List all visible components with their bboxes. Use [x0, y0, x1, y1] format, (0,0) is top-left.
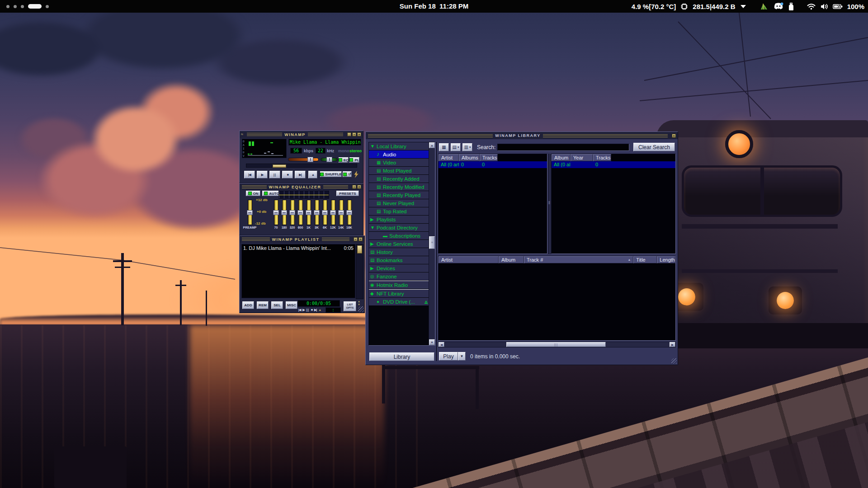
mini-play-icon[interactable] [302, 308, 304, 312]
tree-item[interactable]: History ▲ [369, 248, 429, 256]
shade-button[interactable]: ▪ [352, 132, 356, 136]
scroll-down-button[interactable]: ▼ [429, 339, 435, 345]
tray-discord-icon[interactable] [774, 2, 783, 10]
column-header[interactable]: Length [657, 256, 675, 263]
search-input[interactable] [497, 144, 629, 151]
playlist-action-button[interactable]: MISC [286, 301, 297, 309]
clutterbar-letter[interactable]: I [243, 147, 245, 150]
tree-item[interactable]: DVD Drive (... ▲ [369, 298, 429, 306]
preamp-thumb[interactable] [247, 210, 253, 215]
repeat-button[interactable]: ↺ [343, 171, 352, 177]
balance-slider[interactable] [321, 158, 338, 161]
stop-button[interactable] [282, 171, 293, 178]
minimize-button[interactable]: _ [347, 132, 351, 136]
visualizer[interactable]: OAIDV [242, 139, 287, 158]
mini-previous-icon[interactable] [298, 308, 301, 312]
eq-band-slider[interactable]: 1K [306, 200, 311, 229]
network-traffic-text[interactable]: 281.5|449.2 B [693, 3, 735, 10]
eq-band-slider[interactable]: 600 [297, 200, 303, 229]
tree-item[interactable]: Recently Played ▲ [369, 191, 429, 199]
dropdown-caret-icon[interactable] [740, 4, 746, 9]
column-header[interactable]: Title [633, 256, 657, 263]
horizontal-scroll-thumb[interactable]: ||| [506, 342, 606, 347]
eq-toggle-button[interactable]: EQ [339, 157, 349, 163]
equalizer-titlebar[interactable]: WINAMP EQUALIZER ▪ × [240, 183, 363, 190]
playlist-scrollbar[interactable] [356, 244, 363, 299]
toolbar-view-button[interactable] [462, 143, 472, 151]
tree-item[interactable]: Recently Modified ▲ [369, 183, 429, 191]
panel-divider[interactable] [436, 142, 438, 361]
tree-item[interactable]: Fanzone ▲ [369, 272, 429, 281]
pause-button[interactable] [269, 171, 280, 178]
column-header[interactable]: Track # [524, 256, 633, 263]
tree-item[interactable]: Top Rated ▲ [369, 207, 429, 216]
scroll-up-button[interactable]: ▲ [429, 142, 435, 148]
resize-grip[interactable] [358, 306, 364, 312]
tree-item[interactable]: Podcast Directory ▲ [369, 224, 429, 232]
tree-item[interactable]: Video ▲ [369, 159, 429, 167]
eq-band-thumb[interactable] [306, 210, 311, 215]
eq-band-slider[interactable]: 320 [289, 200, 295, 229]
tree-item[interactable]: Subscriptions ▲ [369, 232, 429, 240]
tree-item[interactable]: Playlists ▲ [369, 216, 429, 224]
volume-slider[interactable] [288, 158, 319, 161]
volume-thumb[interactable] [307, 157, 313, 162]
tray-mascot-icon[interactable] [759, 2, 769, 11]
eq-band-thumb[interactable] [314, 210, 320, 215]
next-button[interactable] [295, 171, 306, 178]
wifi-icon[interactable] [807, 3, 816, 10]
mini-next-icon[interactable] [314, 308, 316, 312]
column-header[interactable]: Albums [459, 154, 480, 161]
tree-item[interactable]: Most Played ▲ [369, 167, 429, 175]
tree-item[interactable]: Hotmix Radio ▲ [369, 281, 429, 289]
eq-band-slider[interactable]: 6K [322, 200, 328, 229]
scroll-right-button[interactable]: ▶ [670, 342, 675, 347]
toolbar-view-button[interactable] [451, 143, 461, 151]
tree-item[interactable]: Recently Added ▲ [369, 175, 429, 183]
clutterbar-letter[interactable]: D [243, 150, 245, 154]
eq-band-slider[interactable]: 16K [346, 200, 352, 229]
battery-percent-text[interactable]: 100% [847, 3, 864, 10]
tree-item[interactable]: Audio ▲ [369, 150, 429, 159]
resize-grip[interactable] [671, 358, 677, 364]
cpu-usage-text[interactable]: 4.9 %[70.2 °C] [632, 3, 676, 10]
tree-item[interactable]: Never Played ▲ [369, 199, 429, 207]
eq-band-thumb[interactable] [289, 210, 295, 215]
eject-button[interactable] [308, 171, 317, 178]
library-view-button[interactable]: Library [369, 352, 434, 361]
eq-band-thumb[interactable] [297, 210, 303, 215]
play-selection-button[interactable]: Play [439, 352, 458, 361]
seek-bar[interactable] [246, 164, 357, 168]
playlist-scroll-arrows[interactable]: ▲▼ [358, 300, 360, 306]
close-button[interactable]: × [357, 185, 361, 189]
eq-band-thumb[interactable] [322, 210, 328, 215]
eq-band-slider[interactable]: 3K [314, 200, 320, 229]
column-header[interactable]: Artist [439, 154, 459, 161]
preamp-slider[interactable]: PREAMP [247, 200, 253, 229]
previous-button[interactable] [244, 171, 255, 178]
clutterbar-letter[interactable]: V [243, 154, 245, 157]
mini-eject-icon[interactable] [318, 308, 321, 312]
clutterbar-letter[interactable]: O [243, 140, 245, 143]
eq-band-slider[interactable]: 12K [330, 200, 336, 229]
play-button[interactable] [257, 171, 268, 178]
library-titlebar[interactable]: WINAMP LIBRARY × [366, 132, 678, 139]
eq-band-thumb[interactable] [346, 210, 352, 215]
column-header[interactable]: Album [552, 154, 571, 161]
tree-item[interactable]: Online Services ▲ [369, 240, 429, 248]
seek-thumb[interactable] [273, 164, 286, 168]
clutterbar[interactable]: OAIDV [243, 140, 245, 157]
eq-band-slider[interactable]: 180 [281, 200, 287, 229]
playlist-scroll-thumb[interactable] [357, 245, 362, 253]
tray-usb-device-icon[interactable] [788, 2, 794, 11]
battery-icon[interactable] [833, 4, 843, 9]
winamp-titlebar[interactable]: ≈ WINAMP _ ▪ × [240, 131, 363, 138]
eq-band-slider[interactable]: 14K [338, 200, 344, 229]
album-row-selected[interactable]: All (0 albums)0 [552, 161, 675, 168]
column-header[interactable]: Year [571, 154, 593, 161]
clutterbar-letter[interactable]: A [243, 143, 245, 146]
close-button[interactable]: × [672, 134, 676, 138]
playlist-toggle-button[interactable]: PL [349, 157, 359, 163]
playlist-action-button[interactable]: REM [257, 301, 269, 309]
eq-band-thumb[interactable] [281, 210, 287, 215]
